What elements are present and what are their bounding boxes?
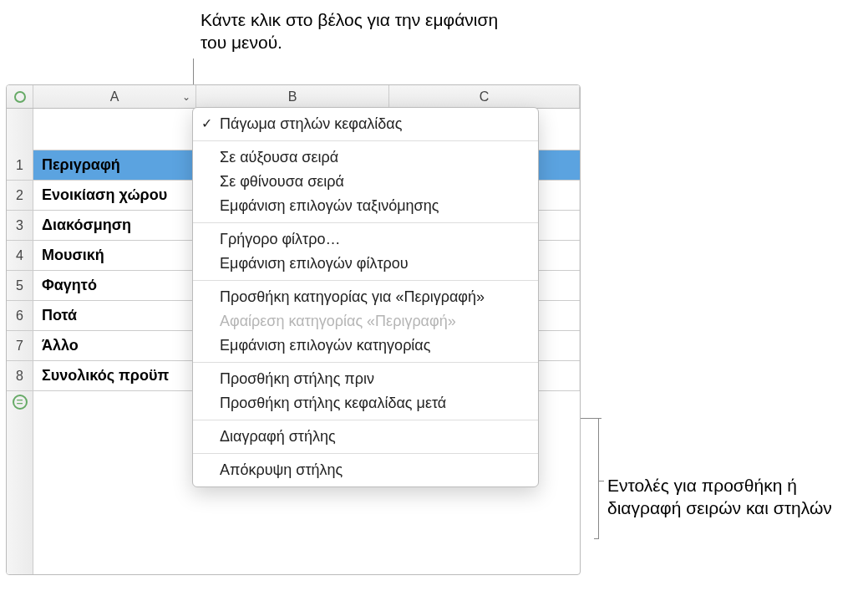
menu-separator	[193, 453, 538, 454]
cell-a3[interactable]: Διακόσμηση	[33, 211, 196, 240]
cell-a6[interactable]: Ποτά	[33, 301, 196, 330]
cell-a5[interactable]: Φαγητό	[33, 271, 196, 300]
cell-a8[interactable]: Συνολικός προϋπ	[33, 361, 196, 390]
callout-bottom-bracket-mid	[599, 481, 604, 481]
menu-separator	[193, 140, 538, 141]
row-header-4[interactable]: 4	[7, 241, 33, 271]
cell[interactable]	[33, 109, 196, 150]
callout-top-text: Κάντε κλικ στο βέλος για την εμφάνιση το…	[201, 8, 501, 54]
row-header-7[interactable]: 7	[7, 331, 33, 361]
column-label: A	[110, 89, 119, 104]
menu-hide-column[interactable]: Απόκρυψη στήλης	[193, 458, 538, 482]
callout-bottom-text: Εντολές για προσθήκη ή διαγραφή σειρών κ…	[607, 474, 841, 520]
add-row-icon: =	[13, 395, 28, 410]
cell-a2[interactable]: Ενοικίαση χώρου	[33, 181, 196, 210]
menu-freeze-header-columns[interactable]: ✓ Πάγωμα στηλών κεφαλίδας	[193, 112, 538, 136]
menu-sort-ascending[interactable]: Σε αύξουσα σειρά	[193, 145, 538, 170]
row-header-8[interactable]: 8	[7, 361, 33, 391]
menu-sort-descending[interactable]: Σε φθίνουσα σειρά	[193, 170, 538, 194]
column-header-row: A ⌄ B C	[7, 85, 580, 109]
column-label: B	[288, 89, 297, 104]
column-header-b[interactable]: B	[196, 85, 389, 108]
menu-remove-category: Αφαίρεση κατηγορίας «Περιγραφή»	[193, 309, 538, 334]
column-label: C	[480, 89, 490, 104]
menu-label: Εμφάνιση επιλογών φίλτρου	[220, 255, 409, 272]
column-context-menu: ✓ Πάγωμα στηλών κεφαλίδας Σε αύξουσα σει…	[192, 107, 539, 487]
row-header-gap	[7, 109, 33, 150]
menu-separator	[193, 280, 538, 281]
callout-bottom-bracket	[598, 418, 599, 539]
menu-label: Εμφάνιση επιλογών ταξινόμησης	[220, 197, 439, 214]
cell-a7[interactable]: Άλλο	[33, 331, 196, 360]
chevron-down-icon[interactable]: ⌄	[182, 91, 190, 103]
menu-delete-column[interactable]: Διαγραφή στήλης	[193, 425, 538, 449]
menu-label: Προσθήκη κατηγορίας για «Περιγραφή»	[220, 288, 485, 305]
menu-label: Απόκρυψη στήλης	[220, 461, 343, 478]
cell-a1[interactable]: Περιγραφή	[33, 150, 196, 180]
menu-label: Προσθήκη στήλης πριν	[220, 370, 374, 387]
menu-label: Σε φθίνουσα σειρά	[220, 173, 344, 190]
menu-label: Σε αύξουσα σειρά	[220, 149, 338, 166]
menu-separator	[193, 362, 538, 363]
menu-separator	[193, 222, 538, 223]
row-header-column: 1 2 3 4 5 6 7 8 =	[7, 109, 33, 574]
row-header-1[interactable]: 1	[7, 150, 33, 181]
callout-top-line	[193, 59, 194, 88]
menu-show-category-options[interactable]: Εμφάνιση επιλογών κατηγορίας	[193, 334, 538, 358]
menu-label: Γρήγορο φίλτρο…	[220, 231, 340, 247]
row-header-3[interactable]: 3	[7, 211, 33, 241]
menu-label: Πάγωμα στηλών κεφαλίδας	[220, 115, 402, 132]
menu-add-column-before[interactable]: Προσθήκη στήλης πριν	[193, 367, 538, 391]
menu-separator	[193, 420, 538, 420]
menu-label: Εμφάνιση επιλογών κατηγορίας	[220, 337, 430, 354]
select-all-corner[interactable]	[7, 85, 33, 108]
column-header-c[interactable]: C	[389, 85, 580, 108]
menu-label: Προσθήκη στήλης κεφαλίδας μετά	[220, 395, 446, 411]
row-header-2[interactable]: 2	[7, 181, 33, 211]
checkmark-icon: ✓	[201, 115, 212, 131]
add-row-button[interactable]: =	[7, 391, 33, 413]
row-header-5[interactable]: 5	[7, 271, 33, 301]
cell-a4[interactable]: Μουσική	[33, 241, 196, 270]
menu-label: Διαγραφή στήλης	[220, 428, 336, 445]
menu-show-filter-options[interactable]: Εμφάνιση επιλογών φίλτρου	[193, 252, 538, 276]
menu-quick-filter[interactable]: Γρήγορο φίλτρο…	[193, 227, 538, 252]
menu-add-header-column-after[interactable]: Προσθήκη στήλης κεφαλίδας μετά	[193, 391, 538, 415]
table-handle-icon	[14, 91, 26, 103]
column-header-a[interactable]: A ⌄	[33, 85, 196, 108]
row-header-6[interactable]: 6	[7, 301, 33, 331]
menu-label: Αφαίρεση κατηγορίας «Περιγραφή»	[220, 313, 456, 329]
menu-add-category[interactable]: Προσθήκη κατηγορίας για «Περιγραφή»	[193, 285, 538, 309]
menu-show-sort-options[interactable]: Εμφάνιση επιλογών ταξινόμησης	[193, 194, 538, 218]
